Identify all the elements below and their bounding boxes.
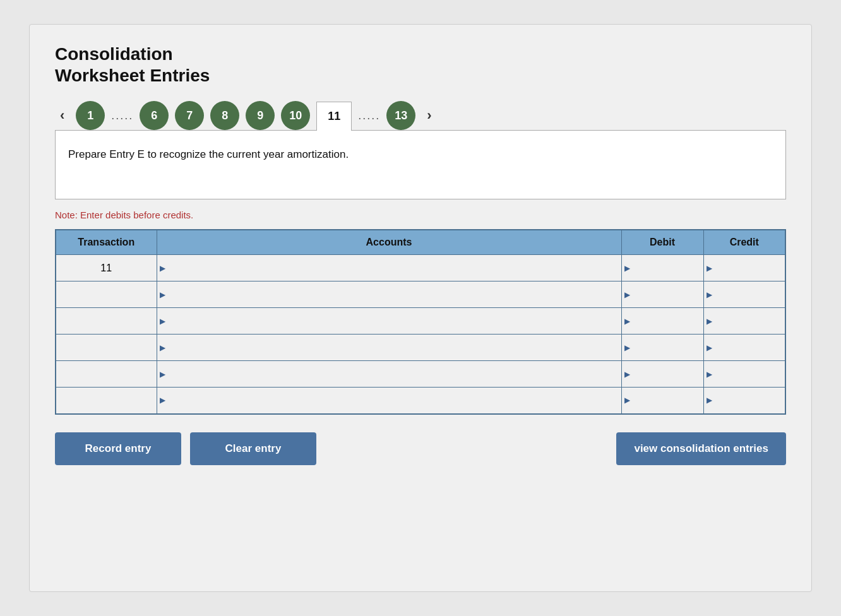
credit-cell-0[interactable]: ▶ bbox=[703, 255, 785, 281]
credit-cell-2[interactable]: ▶ bbox=[703, 308, 785, 335]
credit-arrow-5: ▶ bbox=[707, 396, 712, 405]
clear-entry-button[interactable]: Clear entry bbox=[190, 432, 316, 465]
page-6-button[interactable]: 6 bbox=[140, 101, 169, 130]
debit-cell-0[interactable]: ▶ bbox=[621, 255, 703, 281]
credit-arrow-0: ▶ bbox=[707, 264, 712, 273]
debit-cell-5[interactable]: ▶ bbox=[621, 388, 703, 414]
account-input-0[interactable] bbox=[167, 257, 620, 280]
debit-input-0[interactable] bbox=[631, 257, 702, 280]
instruction-text: Prepare Entry E to recognize the current… bbox=[68, 146, 773, 163]
account-arrow-4: ▶ bbox=[160, 370, 165, 379]
debit-cell-4[interactable]: ▶ bbox=[621, 361, 703, 388]
account-arrow-5: ▶ bbox=[160, 396, 165, 405]
page-8-button[interactable]: 8 bbox=[210, 101, 239, 130]
table-row: ▶▶▶ bbox=[56, 308, 785, 335]
col-accounts: Accounts bbox=[157, 230, 621, 255]
main-card: Consolidation Worksheet Entries ‹ 1 ....… bbox=[29, 24, 812, 592]
credit-cell-1[interactable]: ▶ bbox=[703, 281, 785, 308]
note-text: Note: Enter debits before credits. bbox=[55, 210, 786, 220]
credit-cell-4[interactable]: ▶ bbox=[703, 361, 785, 388]
entry-table: Transaction Accounts Debit Credit 11▶▶▶▶… bbox=[55, 229, 786, 415]
credit-input-3[interactable] bbox=[713, 336, 784, 359]
account-cell-0[interactable]: ▶ bbox=[157, 255, 621, 281]
debit-cell-3[interactable]: ▶ bbox=[621, 335, 703, 361]
credit-input-1[interactable] bbox=[713, 283, 784, 306]
dots-right: ..... bbox=[358, 109, 380, 122]
debit-cell-2[interactable]: ▶ bbox=[621, 308, 703, 335]
page-11-active[interactable]: 11 bbox=[316, 102, 352, 131]
table-row: ▶▶▶ bbox=[56, 388, 785, 414]
debit-input-3[interactable] bbox=[631, 336, 702, 359]
debit-cell-1[interactable]: ▶ bbox=[621, 281, 703, 308]
credit-arrow-1: ▶ bbox=[707, 290, 712, 299]
transaction-cell-4 bbox=[56, 361, 157, 388]
page-13-button[interactable]: 13 bbox=[386, 101, 415, 130]
dots-left: ..... bbox=[111, 109, 133, 122]
account-input-5[interactable] bbox=[167, 389, 620, 412]
debit-arrow-1: ▶ bbox=[624, 290, 630, 299]
credit-input-2[interactable] bbox=[713, 310, 784, 333]
credit-arrow-4: ▶ bbox=[707, 370, 712, 379]
col-debit: Debit bbox=[621, 230, 703, 255]
account-cell-4[interactable]: ▶ bbox=[157, 361, 621, 388]
col-credit: Credit bbox=[703, 230, 785, 255]
debit-arrow-3: ▶ bbox=[624, 343, 630, 352]
debit-input-2[interactable] bbox=[631, 310, 702, 333]
table-row: 11▶▶▶ bbox=[56, 255, 785, 281]
account-input-1[interactable] bbox=[167, 283, 620, 306]
page-10-button[interactable]: 10 bbox=[281, 101, 310, 130]
account-input-3[interactable] bbox=[167, 336, 620, 359]
credit-cell-3[interactable]: ▶ bbox=[703, 335, 785, 361]
page-9-button[interactable]: 9 bbox=[246, 101, 275, 130]
page-7-button[interactable]: 7 bbox=[175, 101, 204, 130]
button-row: Record entry Clear entry view consolidat… bbox=[55, 432, 786, 465]
credit-arrow-2: ▶ bbox=[707, 317, 712, 326]
page-title: Consolidation Worksheet Entries bbox=[55, 44, 786, 86]
account-input-2[interactable] bbox=[167, 310, 620, 333]
page-1-button[interactable]: 1 bbox=[76, 101, 105, 130]
debit-arrow-0: ▶ bbox=[624, 264, 630, 273]
prev-page-button[interactable]: ‹ bbox=[55, 105, 69, 126]
credit-arrow-3: ▶ bbox=[707, 343, 712, 352]
debit-arrow-5: ▶ bbox=[624, 396, 630, 405]
debit-input-1[interactable] bbox=[631, 283, 702, 306]
account-cell-2[interactable]: ▶ bbox=[157, 308, 621, 335]
account-cell-3[interactable]: ▶ bbox=[157, 335, 621, 361]
account-cell-1[interactable]: ▶ bbox=[157, 281, 621, 308]
table-row: ▶▶▶ bbox=[56, 361, 785, 388]
credit-input-0[interactable] bbox=[713, 257, 784, 280]
debit-arrow-4: ▶ bbox=[624, 370, 630, 379]
account-cell-5[interactable]: ▶ bbox=[157, 388, 621, 414]
transaction-cell-1 bbox=[56, 281, 157, 308]
transaction-cell-3 bbox=[56, 335, 157, 361]
transaction-cell-0: 11 bbox=[56, 255, 157, 281]
col-transaction: Transaction bbox=[56, 230, 157, 255]
pagination: ‹ 1 ..... 6 7 8 9 10 11 ..... 13 › bbox=[55, 101, 786, 130]
debit-input-5[interactable] bbox=[631, 389, 702, 412]
credit-cell-5[interactable]: ▶ bbox=[703, 388, 785, 414]
transaction-cell-2 bbox=[56, 308, 157, 335]
debit-input-4[interactable] bbox=[631, 363, 702, 386]
table-row: ▶▶▶ bbox=[56, 281, 785, 308]
record-entry-button[interactable]: Record entry bbox=[55, 432, 181, 465]
account-arrow-1: ▶ bbox=[160, 290, 165, 299]
table-row: ▶▶▶ bbox=[56, 335, 785, 361]
account-arrow-0: ▶ bbox=[160, 264, 165, 273]
account-input-4[interactable] bbox=[167, 363, 620, 386]
next-page-button[interactable]: › bbox=[422, 105, 436, 126]
account-arrow-3: ▶ bbox=[160, 343, 165, 352]
credit-input-4[interactable] bbox=[713, 363, 784, 386]
credit-input-5[interactable] bbox=[713, 389, 784, 412]
debit-arrow-2: ▶ bbox=[624, 317, 630, 326]
account-arrow-2: ▶ bbox=[160, 317, 165, 326]
instruction-box: Prepare Entry E to recognize the current… bbox=[55, 130, 786, 199]
view-consolidation-button[interactable]: view consolidation entries bbox=[616, 432, 786, 465]
transaction-cell-5 bbox=[56, 388, 157, 414]
